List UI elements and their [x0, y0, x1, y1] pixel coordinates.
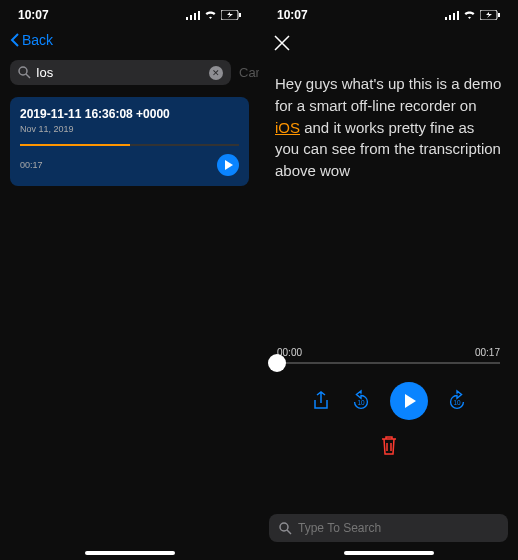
search-icon — [18, 66, 31, 79]
close-icon — [273, 34, 291, 52]
status-indicators — [186, 10, 241, 20]
svg-text:10: 10 — [453, 399, 461, 406]
signal-icon — [445, 10, 459, 20]
slider-thumb[interactable] — [268, 354, 286, 372]
svg-point-16 — [280, 523, 288, 531]
back-button[interactable]: Back — [10, 32, 249, 48]
play-icon — [401, 393, 417, 409]
time-total: 00:17 — [475, 347, 500, 358]
home-indicator[interactable] — [344, 551, 434, 555]
battery-icon — [480, 10, 500, 20]
status-time: 10:07 — [277, 8, 308, 22]
share-button[interactable] — [310, 390, 332, 412]
wifi-icon — [463, 10, 476, 20]
recording-detail-screen: 10:07 Hey guys what's up this is a demo … — [259, 0, 518, 560]
back-label: Back — [22, 32, 53, 48]
close-button[interactable] — [273, 36, 291, 56]
rewind-10-button[interactable]: 10 — [350, 390, 372, 412]
share-icon — [312, 391, 330, 411]
battery-icon — [221, 10, 241, 20]
search-icon — [279, 522, 292, 535]
rewind-10-icon: 10 — [350, 389, 372, 413]
svg-rect-3 — [198, 11, 200, 20]
svg-rect-1 — [190, 15, 192, 20]
recording-duration: 00:17 — [20, 160, 43, 170]
svg-rect-10 — [453, 13, 455, 20]
svg-line-7 — [26, 74, 30, 78]
recording-date: Nov 11, 2019 — [20, 124, 239, 134]
recording-title: 2019-11-11 16:36:08 +0000 — [20, 107, 239, 121]
progress-bar[interactable] — [20, 144, 239, 146]
forward-10-button[interactable]: 10 — [446, 390, 468, 412]
status-time: 10:07 — [18, 8, 49, 22]
svg-text:10: 10 — [357, 399, 365, 406]
chevron-left-icon — [10, 33, 20, 47]
progress-fill — [20, 144, 130, 146]
play-button-small[interactable] — [217, 154, 239, 176]
clear-search-button[interactable]: ✕ — [209, 66, 223, 80]
search-results-screen: 10:07 Back ✕ Cancel 2019-11-11 16:36:08 … — [0, 0, 259, 560]
svg-rect-9 — [449, 15, 451, 20]
delete-button[interactable] — [379, 434, 399, 460]
wifi-icon — [204, 10, 217, 20]
status-indicators — [445, 10, 500, 20]
transcript-highlight: iOS — [275, 119, 300, 136]
playback-slider[interactable] — [277, 362, 500, 364]
signal-icon — [186, 10, 200, 20]
search-input[interactable] — [36, 65, 204, 80]
svg-rect-11 — [457, 11, 459, 20]
status-bar: 10:07 — [0, 0, 259, 26]
svg-rect-8 — [445, 17, 447, 20]
transcript-text: Hey guys what's up this is a demo for a … — [275, 73, 502, 182]
svg-rect-13 — [498, 13, 500, 17]
transcript: Hey guys what's up this is a demo for a … — [259, 65, 518, 190]
play-icon — [223, 160, 233, 170]
svg-rect-5 — [239, 13, 241, 17]
bottom-search-field[interactable] — [269, 514, 508, 542]
svg-point-6 — [19, 67, 27, 75]
bottom-search-input[interactable] — [298, 521, 498, 535]
svg-rect-2 — [194, 13, 196, 20]
trash-icon — [379, 434, 399, 456]
svg-line-17 — [287, 530, 291, 534]
forward-10-icon: 10 — [446, 389, 468, 413]
play-button[interactable] — [390, 382, 428, 420]
status-bar: 10:07 — [259, 0, 518, 26]
player: 00:00 00:17 10 10 — [259, 347, 518, 460]
home-indicator[interactable] — [85, 551, 175, 555]
svg-rect-0 — [186, 17, 188, 20]
search-field[interactable]: ✕ — [10, 60, 231, 85]
recording-card[interactable]: 2019-11-11 16:36:08 +0000 Nov 11, 2019 0… — [10, 97, 249, 186]
